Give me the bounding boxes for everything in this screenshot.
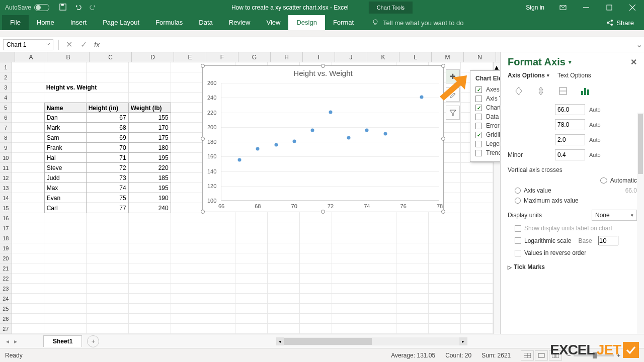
tab-review[interactable]: Review [221, 15, 259, 30]
redo-icon[interactable] [90, 4, 97, 12]
row-header[interactable]: 2 [0, 72, 12, 82]
pane-dropdown-icon[interactable]: ▾ [569, 59, 572, 65]
plot-area[interactable]: 1001201401601802002202402606668707274767… [221, 83, 439, 201]
resize-handle[interactable] [201, 137, 205, 141]
row-header[interactable]: 9 [0, 143, 12, 153]
pane-tab-text-options[interactable]: Text Options [557, 72, 591, 79]
log-scale-check[interactable]: Logarithmic scaleBase [508, 234, 637, 247]
maximize-icon[interactable] [598, 0, 621, 15]
col-L[interactable]: L [399, 52, 432, 62]
tab-home[interactable]: Home [29, 15, 62, 30]
row-header[interactable]: 16 [0, 213, 12, 223]
col-E[interactable]: E [174, 52, 206, 62]
data-point[interactable] [292, 140, 296, 143]
select-all-corner[interactable] [0, 52, 15, 62]
sheet-nav[interactable]: ◂▸ [0, 338, 23, 345]
col-B[interactable]: B [47, 52, 90, 62]
row-header[interactable]: 8 [0, 133, 12, 143]
row-header[interactable]: 3 [0, 82, 12, 93]
row-header[interactable]: 20 [0, 253, 12, 263]
close-icon[interactable] [621, 0, 644, 15]
units-major-input[interactable] [555, 134, 585, 145]
chart-elements-button[interactable]: ✚ [446, 69, 460, 83]
resize-handle[interactable] [441, 64, 445, 68]
chart-title[interactable]: Height vs. Weight [203, 66, 443, 80]
pane-scrollbar[interactable] [637, 113, 644, 334]
page-layout-view-icon[interactable] [535, 350, 548, 360]
data-point[interactable] [383, 132, 387, 136]
fill-line-icon[interactable] [513, 85, 525, 97]
data-point[interactable] [420, 96, 423, 99]
next-sheet-icon[interactable]: ▸ [14, 338, 17, 345]
row-header[interactable]: 5 [0, 103, 12, 113]
col-A[interactable]: A [15, 52, 47, 62]
autosave-toggle[interactable]: AutoSave [0, 4, 54, 11]
row-header[interactable]: 24 [0, 294, 12, 304]
fx-icon[interactable]: fx [92, 41, 102, 49]
row-header[interactable]: 17 [0, 223, 12, 233]
data-point[interactable] [365, 129, 369, 132]
effects-icon[interactable] [535, 85, 547, 97]
sheet-tab[interactable]: Sheet1 [43, 335, 82, 347]
row-header[interactable]: 4 [0, 93, 12, 103]
row-header[interactable]: 22 [0, 274, 12, 284]
row-header[interactable]: 12 [0, 173, 12, 183]
tick-marks-section[interactable]: ▷ Tick Marks [508, 258, 637, 270]
row-header[interactable]: 7 [0, 123, 12, 133]
data-point[interactable] [274, 143, 278, 147]
data-point[interactable] [347, 136, 351, 139]
row-header[interactable]: 11 [0, 163, 12, 173]
formula-input[interactable] [102, 39, 634, 50]
row-header[interactable]: 18 [0, 233, 12, 243]
resize-handle[interactable] [321, 210, 325, 214]
signin-button[interactable]: Sign in [519, 4, 551, 11]
enter-icon[interactable]: ✓ [80, 40, 87, 49]
reverse-order-check[interactable]: Values in reverse order [508, 247, 637, 258]
data-point[interactable] [238, 158, 242, 161]
row-header[interactable]: 21 [0, 263, 12, 274]
row-header[interactable]: 13 [0, 183, 12, 193]
col-K[interactable]: K [367, 52, 399, 62]
share-button[interactable]: Share [596, 19, 644, 27]
resize-handle[interactable] [201, 64, 205, 68]
col-D[interactable]: D [132, 52, 174, 62]
chart-styles-button[interactable] [446, 87, 460, 102]
resize-handle[interactable] [441, 137, 445, 141]
row-header[interactable]: 23 [0, 284, 12, 294]
embedded-chart[interactable]: Height vs. Weight 1001201401601802002202… [202, 65, 444, 212]
units-minor-input[interactable] [555, 149, 585, 160]
col-G[interactable]: G [238, 52, 271, 62]
save-icon[interactable] [59, 4, 66, 12]
col-J[interactable]: J [335, 52, 367, 62]
display-units-select[interactable]: None▾ [592, 210, 637, 221]
tell-me-search[interactable]: Tell me what you want to do [372, 19, 463, 27]
chart-filters-button[interactable] [446, 106, 460, 120]
normal-view-icon[interactable] [521, 350, 534, 360]
expand-formula-icon[interactable]: ⌄ [634, 40, 644, 49]
undo-icon[interactable] [74, 4, 82, 12]
bounds-max-input[interactable] [555, 119, 585, 130]
add-sheet-button[interactable]: + [87, 335, 99, 347]
row-header[interactable]: 6 [0, 113, 12, 123]
hscroll-thumb[interactable] [284, 338, 372, 345]
tab-design[interactable]: Design [288, 15, 325, 30]
resize-handle[interactable] [201, 210, 205, 214]
tab-insert[interactable]: Insert [62, 15, 95, 30]
row-header[interactable]: 15 [0, 203, 12, 213]
col-N[interactable]: N [464, 52, 496, 62]
row-header[interactable]: 14 [0, 193, 12, 203]
tab-data[interactable]: Data [191, 15, 220, 30]
col-C[interactable]: C [90, 52, 132, 62]
col-F[interactable]: F [206, 52, 238, 62]
tab-format[interactable]: Format [325, 15, 362, 30]
radio-automatic[interactable]: Automatic [508, 175, 637, 186]
size-properties-icon[interactable] [557, 85, 569, 97]
row-header[interactable]: 27 [0, 324, 12, 334]
bounds-min-input[interactable] [555, 104, 585, 115]
tab-formulas[interactable]: Formulas [147, 15, 191, 30]
radio-axis-value[interactable]: Axis value66.0 [508, 186, 637, 196]
axis-options-icon[interactable] [579, 85, 591, 97]
row-header[interactable]: 26 [0, 314, 12, 324]
scroll-right-icon[interactable]: ▸ [459, 337, 467, 345]
cancel-icon[interactable]: ✕ [66, 40, 72, 49]
